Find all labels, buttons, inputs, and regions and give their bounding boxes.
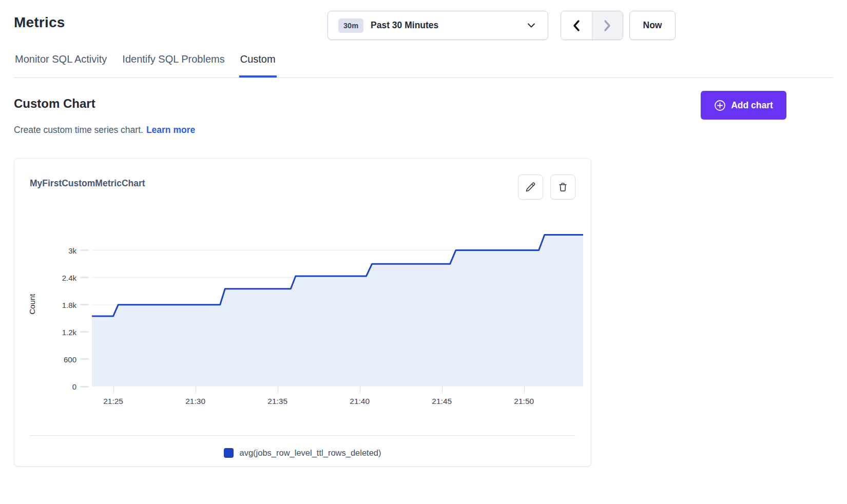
pencil-icon	[525, 182, 536, 192]
y-tick-mark	[80, 304, 89, 305]
add-chart-button[interactable]: Add chart	[701, 91, 786, 120]
x-tick-mark	[442, 386, 442, 393]
time-range-pager	[561, 11, 623, 40]
section-subtitle: Create custom time series chart.Learn mo…	[14, 125, 195, 135]
page-title: Metrics	[14, 14, 65, 31]
tab-monitor-sql-activity[interactable]: Monitor SQL Activity	[14, 52, 108, 77]
x-tick-label: 21:35	[267, 397, 287, 406]
y-tick-label: 600	[64, 355, 76, 363]
section-title: Custom Chart	[14, 96, 95, 111]
time-range-label: Past 30 Minutes	[371, 20, 438, 31]
x-tick-mark	[196, 386, 196, 393]
x-tick-label: 21:50	[514, 397, 534, 406]
subtitle-text: Create custom time series chart.	[14, 125, 143, 135]
y-tick-mark	[80, 249, 89, 251]
chevron-right-icon	[604, 20, 611, 32]
chart-plot-area[interactable]: Count 06001.2k1.8k2.4k3k21:2521:3021:352…	[92, 221, 583, 386]
y-tick-label: 3k	[68, 246, 76, 255]
x-tick-label: 21:40	[350, 397, 370, 406]
chevron-left-icon	[572, 20, 580, 32]
x-tick-label: 21:25	[103, 397, 123, 406]
y-tick-label: 2.4k	[62, 273, 76, 282]
legend-divider	[30, 435, 575, 436]
x-tick-label: 21:30	[185, 397, 205, 406]
now-button[interactable]: Now	[629, 11, 676, 40]
x-tick-mark	[360, 386, 360, 393]
y-tick-mark	[80, 277, 89, 278]
edit-chart-button[interactable]	[518, 175, 543, 200]
legend-swatch	[224, 448, 234, 458]
legend-label: avg(jobs_row_level_ttl_rows_deleted)	[239, 448, 381, 458]
chart-legend[interactable]: avg(jobs_row_level_ttl_rows_deleted)	[14, 448, 591, 458]
y-tick-label: 0	[72, 382, 76, 391]
learn-more-link[interactable]: Learn more	[146, 125, 195, 135]
next-range-button[interactable]	[592, 11, 623, 40]
chevron-down-icon	[527, 23, 535, 28]
chart-title: MyFirstCustomMetricChart	[30, 178, 145, 189]
tab-identify-sql-problems[interactable]: Identify SQL Problems	[121, 52, 225, 77]
x-tick-label: 21:45	[432, 397, 452, 406]
x-tick-mark	[524, 386, 525, 393]
tab-bar: Monitor SQL Activity Identify SQL Proble…	[14, 52, 833, 78]
custom-chart-card: MyFirstCustomMetricChart Count 06001.2k1…	[14, 158, 591, 467]
y-tick-mark	[80, 386, 89, 387]
time-range-badge: 30m	[338, 18, 363, 33]
y-tick-mark	[80, 358, 89, 360]
trash-icon	[557, 182, 568, 192]
previous-range-button[interactable]	[561, 11, 592, 40]
y-tick-label: 1.8k	[62, 300, 76, 309]
y-axis-title: Count	[26, 221, 37, 386]
plus-circle-icon	[714, 100, 726, 111]
x-tick-mark	[278, 386, 278, 393]
add-chart-label: Add chart	[731, 100, 773, 111]
y-tick-label: 1.2k	[62, 327, 76, 336]
tab-custom[interactable]: Custom	[239, 52, 277, 77]
time-range-selector[interactable]: 30m Past 30 Minutes	[328, 11, 548, 40]
chart-canvas	[92, 221, 583, 386]
delete-chart-button[interactable]	[550, 175, 575, 200]
y-tick-mark	[80, 331, 89, 333]
x-tick-mark	[113, 386, 114, 393]
